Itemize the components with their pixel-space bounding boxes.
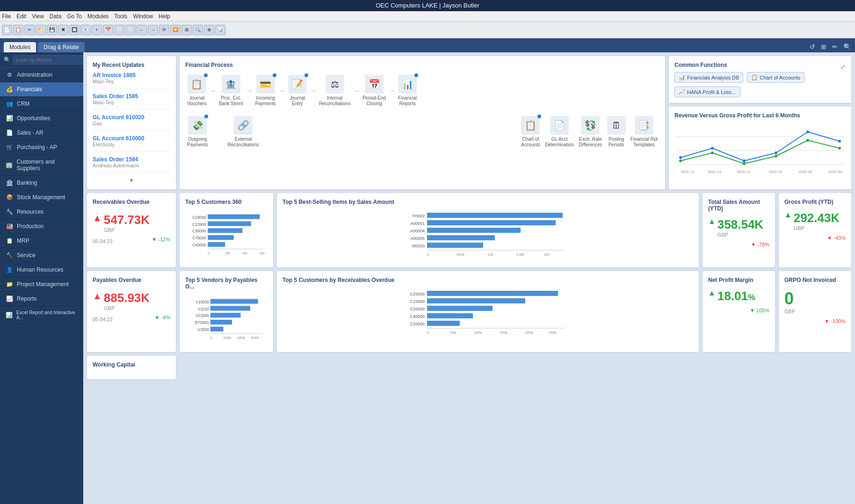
toolbar-btn-11[interactable]: ⬜ bbox=[114, 25, 124, 35]
svg-rect-76 bbox=[427, 321, 460, 326]
toolbar-btn-14[interactable]: → bbox=[148, 25, 158, 35]
fp-incoming-payments[interactable]: 💳 IncomingPayments bbox=[253, 72, 277, 109]
cf-link-chart-accounts[interactable]: 📋 Chart of Accounts bbox=[747, 72, 804, 83]
svg-point-9 bbox=[679, 159, 682, 162]
top5-bs-chart: YH002 A00001 A00004 A00005 I00010 0 500k… bbox=[283, 209, 693, 260]
top5-cr-title: Top 5 Customers by Receivables Overdue bbox=[283, 277, 693, 283]
toolbar-btn-12[interactable]: ⬜ bbox=[125, 25, 136, 35]
svg-text:2021-11: 2021-11 bbox=[681, 170, 695, 174]
sidebar-item-reports[interactable]: 📈 Reports bbox=[0, 292, 83, 306]
menu-edit[interactable]: Edit bbox=[16, 13, 26, 20]
toolbar-btn-19[interactable]: ⊕ bbox=[204, 25, 214, 35]
receivables-value: 547.73K bbox=[104, 213, 150, 227]
sidebar-item-banking[interactable]: 🏦 Banking bbox=[0, 176, 83, 190]
menu-modules[interactable]: Modules bbox=[87, 13, 109, 20]
top5-vendors-chart: V10000 V1010 V22000 BTS001 V2000 0 200K … bbox=[185, 294, 268, 345]
menu-file[interactable]: File bbox=[2, 13, 11, 20]
sidebar-item-opportunities[interactable]: 📊 Opportunities bbox=[0, 111, 83, 126]
fp-internal-rec[interactable]: ⚖ InternalReconciliations bbox=[317, 72, 352, 109]
toolbar-btn-18[interactable]: 🔍 bbox=[193, 25, 203, 35]
recent-link-4[interactable]: GL Account 610000 bbox=[93, 135, 170, 142]
tab-drag-relate[interactable]: Drag & Relate bbox=[38, 42, 84, 52]
toolbar-btn-9[interactable]: + bbox=[92, 25, 102, 35]
sidebar-item-mrp[interactable]: 📋 MRP bbox=[0, 234, 83, 248]
working-capital-title: Working Capital bbox=[93, 361, 170, 368]
cf-ca-icon: 📋 bbox=[751, 74, 758, 80]
menu-goto[interactable]: Go To bbox=[67, 13, 82, 20]
sidebar-item-label: Customers and Suppliers bbox=[17, 158, 78, 172]
fp-financial-rpt-templates[interactable]: 📑 Financial RptTemplates bbox=[629, 113, 659, 151]
toolbar-btn-6[interactable]: ✖ bbox=[58, 25, 68, 35]
fp-exch-rate[interactable]: 💱 Exch. RateDifferences bbox=[577, 113, 604, 151]
sidebar-item-service[interactable]: 🔨 Service bbox=[0, 248, 83, 263]
fp-arrow-2: → bbox=[246, 87, 252, 94]
payables-value: 885.93K bbox=[104, 291, 150, 305]
toolbar-btn-13[interactable]: ← bbox=[137, 25, 147, 35]
toolbar-btn-10[interactable]: 📅 bbox=[103, 25, 113, 35]
tab-modules[interactable]: Modules bbox=[4, 42, 36, 52]
menu-tools[interactable]: Tools bbox=[114, 13, 127, 20]
fp-journal-vouchers[interactable]: 📋 JournalVouchers bbox=[185, 72, 209, 109]
toolbar-btn-1[interactable]: 📄 bbox=[2, 25, 12, 35]
sidebar-item-crm[interactable]: 👥 CRM bbox=[0, 97, 83, 111]
menu-view[interactable]: View bbox=[32, 13, 44, 20]
fp-journal-entry[interactable]: 📝 JournalEntry bbox=[286, 72, 309, 109]
toolbar-btn-17[interactable]: ⊞ bbox=[181, 25, 192, 35]
cf-link-hana[interactable]: 📈 HANA Profit & Loss... bbox=[674, 86, 740, 97]
sidebar-item-administration[interactable]: ⚙ Administration bbox=[0, 68, 83, 82]
sidebar-item-project-management[interactable]: 📁 Project Management bbox=[0, 277, 83, 292]
recent-link-5[interactable]: Sales Order 1594 bbox=[93, 156, 170, 163]
svg-text:50k: 50k bbox=[450, 331, 457, 335]
svg-text:C40000: C40000 bbox=[410, 314, 425, 319]
fp-outgoing-payments[interactable]: 💸 OutgoingPayments bbox=[185, 113, 210, 151]
sidebar-item-sales-ar[interactable]: 📄 Sales - AR bbox=[0, 126, 83, 140]
topbar-edit-icon[interactable]: ✏ bbox=[832, 43, 838, 50]
menu-data[interactable]: Data bbox=[50, 13, 61, 20]
sidebar-item-human-resources[interactable]: 👤 Human Resources bbox=[0, 263, 83, 277]
fp-external-rec[interactable]: 🔗 ExternalReconciliations bbox=[225, 113, 261, 151]
toolbar-btn-5[interactable]: 💾 bbox=[47, 25, 57, 35]
toolbar-btn-20[interactable]: 📊 bbox=[215, 25, 225, 35]
sidebar-item-stock-management[interactable]: 📦 Stock Management bbox=[0, 190, 83, 205]
svg-text:400K: 400K bbox=[237, 336, 245, 340]
sidebar-item-purchasing-ap[interactable]: 🛒 Purchasing - AP bbox=[0, 140, 83, 155]
sidebar-item-customers-suppliers[interactable]: 🏢 Customers and Suppliers bbox=[0, 155, 83, 176]
toolbar-btn-3[interactable]: ✂ bbox=[24, 25, 35, 35]
topbar-search-icon[interactable]: 🔍 bbox=[843, 43, 851, 50]
svg-text:C29000: C29000 bbox=[192, 215, 206, 220]
toolbar-btn-2[interactable]: 📋 bbox=[13, 25, 23, 35]
toolbar-btn-16[interactable]: 🔽 bbox=[170, 25, 181, 35]
toolbar-btn-15[interactable]: ⟳ bbox=[159, 25, 169, 35]
svg-text:0: 0 bbox=[208, 251, 210, 255]
topbar-refresh-icon[interactable]: ↺ bbox=[810, 43, 815, 50]
svg-point-12 bbox=[775, 155, 777, 158]
sidebar-item-resources[interactable]: 🔧 Resources bbox=[0, 205, 83, 219]
menu-help[interactable]: Help bbox=[159, 13, 170, 20]
recent-link-1[interactable]: AR Invoice 1865 bbox=[93, 72, 170, 79]
sidebar: 🔍 ⚙ Administration 💰 Financials 👥 CRM 📊 … bbox=[0, 52, 83, 504]
fp-posting-periods[interactable]: 🗓 PostingPeriods bbox=[605, 113, 628, 151]
gross-profit-title: Gross Profit (YTD) bbox=[784, 199, 846, 205]
toolbar-btn-7[interactable]: 🔲 bbox=[69, 25, 80, 35]
fp-proc-ext-bank[interactable]: 🏦 Proc. Ext.Bank Stmnt bbox=[217, 72, 245, 109]
top5-vendors-title: Top 5 Vendors by Payables O... bbox=[185, 277, 268, 290]
svg-rect-57 bbox=[210, 313, 241, 317]
recent-expand-icon[interactable]: ▼ bbox=[129, 177, 134, 184]
menu-window[interactable]: Window bbox=[133, 13, 153, 20]
net-profit-title: Net Profit Margin bbox=[708, 277, 769, 283]
fp-period-end[interactable]: 📅 Period-EndClosing bbox=[361, 72, 388, 109]
toolbar-btn-4[interactable]: 📁 bbox=[36, 25, 46, 35]
fp-financial-reports[interactable]: 📊 FinancialReports bbox=[396, 72, 419, 109]
sidebar-item-excel-report[interactable]: 📊 Excel Report and Interactive A... bbox=[0, 306, 83, 324]
sidebar-item-financials[interactable]: 💰 Financials bbox=[0, 82, 83, 97]
recent-link-2[interactable]: Sales Order 1595 bbox=[93, 93, 170, 100]
cf-expand-icon[interactable]: ⤢ bbox=[840, 63, 846, 71]
topbar-grid-icon[interactable]: ⊞ bbox=[821, 43, 826, 50]
fp-chart-accounts[interactable]: 📋 Chart ofAccounts bbox=[519, 113, 542, 151]
toolbar-btn-8[interactable]: 📧 bbox=[80, 25, 91, 35]
fp-gl-acct-det[interactable]: 📄 GL AcctDetermination bbox=[543, 113, 576, 151]
recent-link-3[interactable]: GL Account 610020 bbox=[93, 114, 170, 121]
sidebar-item-production[interactable]: 🏭 Production bbox=[0, 219, 83, 234]
cf-link-financials-analysis[interactable]: 📊 Financials Analysis DB bbox=[674, 72, 743, 83]
sidebar-search-input[interactable] bbox=[13, 55, 83, 65]
